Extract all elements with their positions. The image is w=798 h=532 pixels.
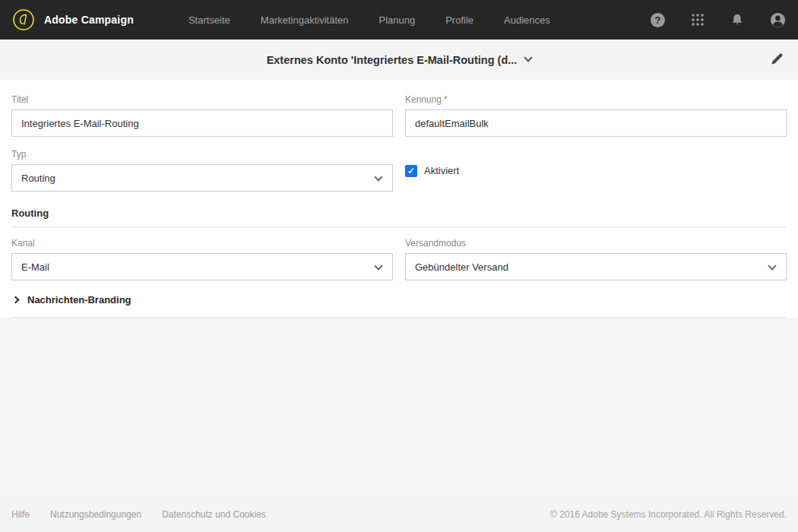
field-titel: Titel <box>11 94 393 137</box>
main-nav: Startseite Marketingaktivitäten Planung … <box>188 14 550 26</box>
nav-item-planung[interactable]: Planung <box>378 14 415 26</box>
field-versandmodus: Versandmodus Gebündelter Versand <box>405 238 787 280</box>
required-asterisk: * <box>444 94 448 105</box>
typ-select-value: Routing <box>21 173 55 184</box>
edit-pencil-icon[interactable] <box>770 52 784 69</box>
copyright-text: © 2016 Adobe Systems Incorporated. All R… <box>550 509 787 520</box>
field-kennung: Kennung* <box>405 94 787 137</box>
apps-grid-icon[interactable] <box>691 13 705 27</box>
adobe-campaign-logo-icon <box>12 8 35 31</box>
footer-link-hilfe[interactable]: Hilfe <box>11 509 30 520</box>
kanal-select[interactable]: E-Mail <box>11 253 393 280</box>
typ-label: Typ <box>11 149 393 160</box>
page-title-selector[interactable]: Externes Konto 'Integriertes E-Mail-Rout… <box>267 54 532 66</box>
nav-item-startseite[interactable]: Startseite <box>188 14 230 26</box>
aktiviert-checkbox[interactable] <box>405 165 417 177</box>
form-row-3: Kanal E-Mail Versandmodus Gebündelter Ve… <box>11 238 787 280</box>
divider <box>11 317 787 318</box>
page-title: Externes Konto 'Integriertes E-Mail-Rout… <box>267 54 518 66</box>
help-icon[interactable] <box>651 13 665 27</box>
chevron-down-icon <box>768 261 776 270</box>
branding-section-toggle[interactable]: Nachrichten-Branding <box>13 294 787 306</box>
aktiviert-checkbox-row[interactable]: Aktiviert <box>405 149 787 192</box>
account-icon[interactable] <box>770 12 786 28</box>
footer-links: Hilfe Nutzungsbedingungen Datenschutz un… <box>11 509 266 520</box>
chevron-down-icon <box>374 261 382 270</box>
nav-item-profile[interactable]: Profile <box>445 14 473 26</box>
field-kanal: Kanal E-Mail <box>11 238 393 280</box>
form-row-1: Titel Kennung* <box>11 94 787 137</box>
nav-item-marketingaktivitaeten[interactable]: Marketingaktivitäten <box>261 14 349 26</box>
versandmodus-label: Versandmodus <box>405 238 787 249</box>
divider <box>11 226 787 227</box>
titel-input[interactable] <box>11 109 393 137</box>
routing-section-title: Routing <box>11 207 787 219</box>
brand-home-link[interactable]: Adobe Campaign <box>12 8 134 31</box>
titel-label: Titel <box>11 94 393 105</box>
branding-section-title: Nachrichten-Branding <box>27 294 131 306</box>
external-account-form: Titel Kennung* Typ Routing Aktiviert Rou… <box>0 80 798 318</box>
top-navigation-bar: Adobe Campaign Startseite Marketingaktiv… <box>0 0 798 40</box>
nav-item-audiences[interactable]: Audiences <box>504 14 550 26</box>
kennung-label-text: Kennung <box>405 94 442 105</box>
chevron-down-icon <box>524 53 533 62</box>
brand-name: Adobe Campaign <box>44 14 134 26</box>
form-row-2: Typ Routing Aktiviert <box>11 149 787 192</box>
chevron-down-icon <box>374 173 382 181</box>
aktiviert-label: Aktiviert <box>424 165 459 176</box>
versandmodus-select-value: Gebündelter Versand <box>415 261 508 273</box>
kanal-label: Kanal <box>11 238 393 249</box>
topbar-icon-group <box>651 12 786 28</box>
page-footer: Hilfe Nutzungsbedingungen Datenschutz un… <box>0 497 798 532</box>
kennung-label: Kennung* <box>405 94 787 105</box>
page-header: Externes Konto 'Integriertes E-Mail-Rout… <box>0 40 798 80</box>
chevron-right-icon <box>12 296 20 304</box>
kanal-select-value: E-Mail <box>21 261 49 273</box>
bell-icon[interactable] <box>730 13 744 27</box>
versandmodus-select[interactable]: Gebündelter Versand <box>405 253 787 280</box>
kennung-input[interactable] <box>405 109 787 137</box>
footer-link-datenschutz[interactable]: Datenschutz und Cookies <box>162 509 266 520</box>
typ-select[interactable]: Routing <box>11 164 393 192</box>
footer-link-nutzungsbedingungen[interactable]: Nutzungsbedingungen <box>50 509 141 520</box>
field-typ: Typ Routing <box>11 149 393 192</box>
